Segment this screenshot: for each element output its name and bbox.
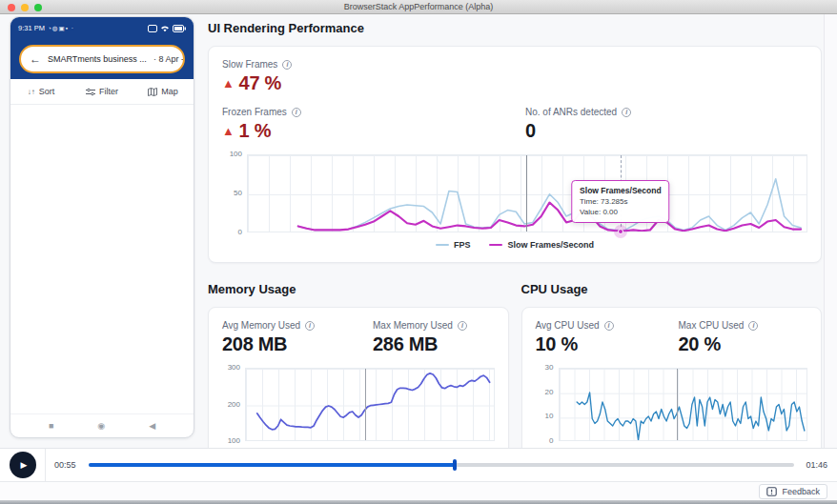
stat-slow-frames: Slow Frames i ▲ 47 % [222,59,807,94]
ui-rendering-card: Slow Frames i ▲ 47 % Frozen Frames i ▲ 1… [208,46,822,263]
search-date-range: · 8 Apr - 6 May [153,54,185,64]
ui-rendering-chart[interactable]: 100500 Slow Frames/Second Time: 73.285s … [222,154,807,232]
footer-bar: Feedback [0,481,837,500]
info-icon[interactable]: i [292,108,301,117]
total-time: 01:46 [806,460,827,470]
stat-avg-cpu: Avg CPU Used i 10 % [536,320,679,355]
device-toolbar: ↓↑ Sort Filter Map [10,79,194,105]
map-icon [148,88,157,96]
minimize-button[interactable] [21,4,29,11]
chart-legend: FPSSlow Frames/Second [222,240,807,250]
window-title: BrowserStack AppPerformance (Alpha) [344,2,494,11]
notification-icons: ◔◍▣▪ · [48,25,74,32]
stat-max-memory: Max Memory Used i 286 MB [373,320,467,355]
up-triangle-icon: ▲ [222,76,235,91]
window-bottom-edge [0,500,837,504]
recents-button[interactable]: ■ [49,421,53,431]
battery-icon [173,25,186,32]
y-axis-labels: 3020100 [536,368,559,441]
window-titlebar: BrowserStack AppPerformance (Alpha) [0,0,837,14]
status-time: 9:31 PM [18,24,45,32]
play-icon: ▶ [21,460,28,470]
info-icon[interactable]: i [458,321,467,331]
divider [45,449,46,482]
progress-fill [89,463,455,467]
sort-icon: ↓↑ [28,88,35,96]
progress-track[interactable] [89,463,794,467]
device-screen[interactable] [10,105,194,413]
stat-frozen-frames: Frozen Frames i ▲ 1 % [222,107,525,142]
playhead-line [526,155,528,232]
feedback-icon [766,487,777,496]
map-button[interactable]: Map [133,87,194,96]
zoom-button[interactable] [34,4,42,11]
stat-avg-memory: Avg Memory Used i 208 MB [222,320,373,355]
filter-icon [86,88,95,96]
play-button[interactable]: ▶ [10,452,36,478]
back-arrow-icon[interactable]: ← [30,52,41,66]
info-icon[interactable]: i [282,60,292,70]
memory-section-title: Memory Usage [208,282,509,296]
cpu-section-title: CPU Usage [521,282,823,296]
cpu-chart[interactable]: 3020100 [536,368,808,441]
memory-chart[interactable]: 300200100 [222,368,495,441]
cpu-card: Avg CPU Used i 10 % Max CPU Used i 20 % [521,307,823,469]
filter-button[interactable]: Filter [71,87,133,96]
stat-max-cpu: Max CPU Used i 20 % [679,320,759,355]
playback-bar: ▶ 00:55 01:46 [0,448,837,481]
sort-button[interactable]: ↓↑ Sort [10,87,71,96]
progress-thumb[interactable] [453,459,457,471]
playhead-line [365,369,366,440]
close-button[interactable] [8,4,15,11]
y-axis-labels: 100500 [222,154,247,232]
up-triangle-icon: ▲ [222,124,235,138]
window-controls [8,4,42,11]
info-icon[interactable]: i [748,321,758,331]
feedback-button[interactable]: Feedback [759,484,827,499]
ui-rendering-section-title: UI Rendering Performance [208,21,822,35]
hover-point-marker [618,229,623,234]
cast-icon [148,25,157,32]
info-icon[interactable]: i [305,321,315,331]
device-search-bar[interactable]: ← SMARTments business ... · 8 Apr - 6 Ma… [19,45,185,73]
info-icon[interactable]: i [604,321,614,331]
device-preview-panel: 9:31 PM ◔◍▣▪ · ← SMARTments business ...… [10,16,194,438]
y-axis-labels: 300200100 [222,368,245,441]
playhead-line [677,369,678,440]
nav-back-button[interactable]: ◀ [149,421,155,431]
memory-card: Avg Memory Used i 208 MB Max Memory Used… [208,307,509,469]
wifi-icon [160,25,170,32]
info-icon[interactable]: i [622,108,631,117]
device-status-bar: 9:31 PM ◔◍▣▪ · [10,17,194,39]
search-title: SMARTments business ... [48,54,147,64]
chart-tooltip: Slow Frames/Second Time: 73.285s Value: … [571,180,670,224]
device-nav-bar: ■ ◉ ◀ [10,413,194,437]
home-button[interactable]: ◉ [97,421,105,431]
scrollbar[interactable] [824,14,837,448]
device-app-header: ← SMARTments business ... · 8 Apr - 6 Ma… [10,39,194,79]
current-time: 00:55 [54,460,79,470]
stat-anrs: No. of ANRs detected i 0 [525,107,631,142]
